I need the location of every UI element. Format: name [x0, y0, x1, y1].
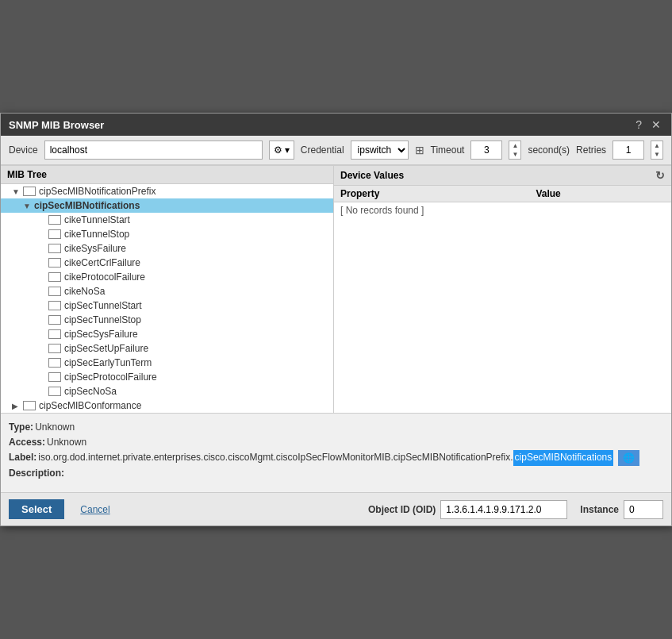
retries-spinner-down-icon[interactable]: ▼ — [651, 150, 662, 159]
title-bar: SNMP MIB Browser ? ✕ — [1, 114, 671, 136]
network-icon[interactable]: ⊞ — [415, 144, 424, 156]
folder-icon — [48, 372, 61, 382]
access-value: Unknown — [47, 435, 86, 450]
title-bar-controls: ? ✕ — [633, 118, 663, 131]
retries-spinner[interactable]: ▲ ▼ — [651, 141, 663, 160]
mib-tree-header: MIB Tree — [1, 166, 333, 184]
device-values-label: Device Values — [340, 170, 404, 181]
values-table: Property Value [ No records found ] — [334, 186, 671, 218]
instance-input[interactable] — [624, 500, 663, 519]
close-button[interactable]: ✕ — [649, 118, 663, 131]
device-values-panel: Device Values ↻ Property Value [ No reco… — [334, 166, 671, 413]
tree-item[interactable]: cipSecSysFailure — [1, 327, 333, 341]
translate-button[interactable]: 🌐 — [618, 450, 639, 466]
type-line: Type: Unknown — [9, 420, 663, 435]
folder-icon — [48, 315, 61, 325]
tree-item[interactable]: cipSecEarlyTunTerm — [1, 356, 333, 370]
label-highlight: cipSecMIBNotifications — [513, 450, 614, 465]
folder-icon — [23, 187, 36, 196]
snmp-mib-browser-dialog: SNMP MIB Browser ? ✕ Device ⚙ ▾ Credenti… — [0, 113, 672, 526]
device-label: Device — [9, 144, 38, 156]
mib-tree-panel: MIB Tree ▼ cipSecMIBNotificationPrefix ▼… — [1, 166, 334, 413]
folder-icon — [23, 401, 36, 410]
access-label: Access: — [9, 435, 45, 450]
info-bar: Type: Unknown Access: Unknown Label: iso… — [1, 413, 671, 492]
cancel-button[interactable]: Cancel — [77, 500, 113, 519]
help-button[interactable]: ? — [633, 118, 644, 131]
credential-label: Credential — [301, 144, 344, 156]
chevron-down-icon: ▼ — [12, 187, 23, 196]
type-value: Unknown — [35, 420, 75, 435]
folder-icon — [48, 301, 61, 310]
folder-icon — [48, 229, 61, 239]
credential-select[interactable]: ipswitch — [351, 141, 409, 160]
tree-item[interactable]: ▼ cipSecMIBNotificationPrefix — [1, 184, 333, 198]
oid-label: Object ID (OID) — [368, 504, 436, 515]
dialog-title: SNMP MIB Browser — [9, 119, 104, 131]
no-records-text: [ No records found ] — [334, 202, 671, 219]
bottom-bar: Select Cancel Object ID (OID) Instance — [1, 492, 671, 525]
select-button[interactable]: Select — [9, 499, 64, 519]
label-line: Label: iso.org.dod.internet.private.ente… — [9, 450, 663, 466]
tree-item[interactable]: cipSecProtocolFailure — [1, 370, 333, 384]
device-values-header: Device Values ↻ — [334, 166, 671, 186]
retries-input[interactable] — [612, 141, 644, 160]
description-label: Description: — [9, 466, 64, 481]
timeout-unit-label: second(s) — [528, 144, 570, 156]
value-column-header: Value — [529, 186, 671, 202]
folder-icon — [48, 344, 61, 353]
property-column-header: Property — [334, 186, 529, 202]
folder-icon — [48, 287, 61, 296]
timeout-spinner[interactable]: ▲ ▼ — [509, 141, 521, 160]
tree-item[interactable]: cikeNoSa — [1, 284, 333, 298]
timeout-input[interactable] — [470, 141, 502, 160]
tree-item[interactable]: cikeProtocolFailure — [1, 270, 333, 284]
tree-item[interactable]: cipSecTunnelStop — [1, 313, 333, 327]
folder-icon — [48, 244, 61, 253]
tree-item[interactable]: cipSecSetUpFailure — [1, 341, 333, 356]
toolbar: Device ⚙ ▾ Credential ipswitch ⊞ Timeout… — [1, 136, 671, 165]
type-label: Type: — [9, 420, 33, 435]
folder-icon — [48, 329, 61, 339]
access-line: Access: Unknown — [9, 435, 663, 450]
device-settings-button[interactable]: ⚙ ▾ — [269, 141, 294, 160]
timeout-label: Timeout — [431, 144, 465, 156]
oid-section: Object ID (OID) — [368, 500, 567, 519]
spinner-down-icon[interactable]: ▼ — [509, 150, 520, 159]
tree-content[interactable]: ▼ cipSecMIBNotificationPrefix ▼ cipSecMI… — [1, 184, 333, 413]
tree-item[interactable]: cipSecTunnelStart — [1, 298, 333, 313]
chevron-right-icon: ▶ — [12, 402, 23, 410]
label-label: Label: — [9, 450, 36, 465]
main-area: MIB Tree ▼ cipSecMIBNotificationPrefix ▼… — [1, 165, 671, 413]
tree-item[interactable]: cikeTunnelStop — [1, 227, 333, 241]
tree-item[interactable]: cikeTunnelStart — [1, 213, 333, 227]
folder-icon — [48, 215, 61, 225]
folder-icon — [48, 358, 61, 368]
folder-icon — [48, 387, 61, 396]
no-records-row: [ No records found ] — [334, 202, 671, 219]
tree-item[interactable]: ▼ cipSecMIBNotifications — [1, 198, 333, 213]
retries-label: Retries — [576, 144, 606, 156]
folder-icon — [48, 258, 61, 268]
tree-item[interactable]: ▶ cipSecMIBConformance — [1, 398, 333, 413]
tree-item[interactable]: cipSecNoSa — [1, 384, 333, 398]
oid-input[interactable] — [440, 500, 567, 519]
tree-item[interactable]: cikeSysFailure — [1, 241, 333, 256]
gear-icon: ⚙ ▾ — [274, 144, 290, 156]
instance-label: Instance — [580, 504, 619, 515]
spinner-up-icon[interactable]: ▲ — [509, 141, 520, 150]
device-input[interactable] — [44, 141, 263, 160]
description-line: Description: — [9, 466, 663, 481]
folder-icon — [48, 272, 61, 282]
chevron-down-icon: ▼ — [23, 202, 34, 210]
refresh-icon[interactable]: ↻ — [655, 169, 665, 182]
instance-section: Instance — [580, 500, 663, 519]
label-prefix: iso.org.dod.internet.private.enterprises… — [38, 450, 513, 465]
retries-spinner-up-icon[interactable]: ▲ — [651, 141, 662, 150]
tree-item[interactable]: cikeCertCrlFailure — [1, 256, 333, 270]
